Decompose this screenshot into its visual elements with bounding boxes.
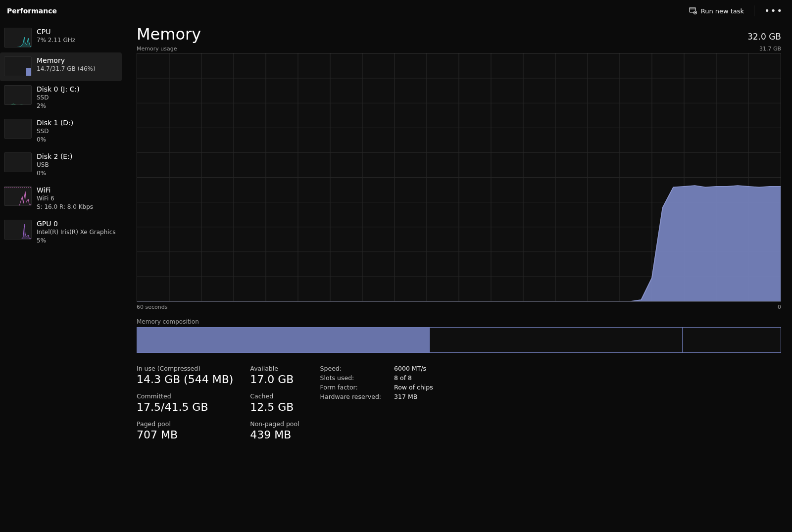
- x-axis-left: 60 seconds: [137, 304, 167, 310]
- memory-thumbnail: [4, 56, 32, 76]
- sidebar-item-memory[interactable]: Memory 14.7/31.7 GB (46%): [0, 52, 122, 81]
- sidebar-item-disk1[interactable]: Disk 1 (D:) SSD 0%: [0, 115, 122, 148]
- stat-cached: Cached 12.5 GB: [250, 392, 299, 413]
- run-task-icon: [689, 6, 697, 16]
- sidebar-item-disk2[interactable]: Disk 2 (E:) USB 0%: [0, 148, 122, 182]
- sidebar-item-disk0[interactable]: Disk 0 (J: C:) SSD 2%: [0, 81, 122, 115]
- stat-paged: Paged pool 707 MB: [137, 420, 233, 441]
- sidebar-item-label: Disk 0 (J: C:): [37, 85, 80, 93]
- memory-stats: In use (Compressed) 14.3 GB (544 MB) Ava…: [137, 365, 781, 441]
- sidebar-item-label: Memory: [37, 56, 96, 64]
- memory-usage-chart[interactable]: [137, 53, 781, 302]
- section-title: Memory: [137, 25, 201, 44]
- cpu-thumbnail: [4, 28, 32, 48]
- separator: [754, 5, 754, 16]
- stat-available: Available 17.0 GB: [250, 365, 299, 386]
- gpu-thumbnail: [4, 220, 32, 240]
- wifi-thumbnail: [4, 186, 32, 206]
- sidebar-item-sub: 7% 2.11 GHz: [37, 37, 75, 44]
- composition-title: Memory composition: [137, 318, 781, 325]
- memory-specs: Speed:6000 MT/s Slots used:8 of 8 Form f…: [320, 365, 433, 400]
- stat-committed: Committed 17.5/41.5 GB: [137, 392, 233, 413]
- composition-free: [683, 328, 781, 352]
- disk-thumbnail: [4, 152, 32, 172]
- sidebar-item-wifi[interactable]: WiFi WiFi 6 S: 16.0 R: 8.0 Kbps: [0, 182, 122, 216]
- sidebar-item-label: GPU 0: [37, 220, 116, 228]
- sidebar-item-sub2: 0%: [37, 170, 72, 177]
- main-content: Memory 32.0 GB Memory usage 31.7 GB 60 s…: [122, 20, 792, 532]
- stat-in-use: In use (Compressed) 14.3 GB (544 MB): [137, 365, 233, 386]
- disk-thumbnail: [4, 119, 32, 139]
- composition-standby: [429, 328, 683, 352]
- svg-rect-6: [26, 68, 32, 76]
- ellipsis-icon: •••: [764, 5, 783, 16]
- svg-marker-7: [4, 225, 32, 240]
- sidebar-item-sub2: 0%: [37, 136, 73, 144]
- sidebar-item-gpu0[interactable]: GPU 0 Intel(R) Iris(R) Xe Graphics 5%: [0, 216, 122, 249]
- stat-nonpaged: Non-paged pool 439 MB: [250, 420, 299, 441]
- page-title: Performance: [7, 7, 57, 15]
- header-bar: Performance Run new task •••: [0, 0, 792, 20]
- sidebar-item-sub: WiFi 6: [37, 195, 93, 202]
- sidebar-item-cpu[interactable]: CPU 7% 2.11 GHz: [0, 24, 122, 52]
- memory-capacity: 32.0 GB: [747, 32, 781, 44]
- sidebar-item-sub2: 2%: [37, 102, 80, 110]
- composition-in-use: [137, 328, 429, 352]
- x-axis-right: 0: [778, 304, 781, 310]
- usage-chart-title: Memory usage: [137, 46, 177, 52]
- usage-chart-max: 31.7 GB: [759, 46, 781, 52]
- header-actions: Run new task •••: [684, 3, 788, 19]
- sidebar-item-sub: USB: [37, 161, 72, 169]
- sidebar-item-label: CPU: [37, 28, 75, 36]
- sidebar-item-sub: 14.7/31.7 GB (46%): [37, 65, 96, 73]
- sidebar-item-sub: SSD: [37, 128, 73, 135]
- sidebar-item-sub: SSD: [37, 94, 80, 101]
- svg-marker-5: [4, 38, 32, 48]
- sidebar-item-sub2: 5%: [37, 237, 116, 244]
- sidebar-item-label: Disk 2 (E:): [37, 152, 72, 160]
- sidebar-item-sub: Intel(R) Iris(R) Xe Graphics: [37, 229, 116, 236]
- run-new-task-button[interactable]: Run new task: [684, 3, 749, 19]
- performance-sidebar: CPU 7% 2.11 GHz Memory 14.7/31.7 GB (46%…: [0, 20, 122, 532]
- memory-composition-bar[interactable]: [137, 327, 781, 353]
- more-options-button[interactable]: •••: [759, 3, 788, 18]
- sidebar-item-label: Disk 1 (D:): [37, 119, 73, 127]
- run-new-task-label: Run new task: [701, 7, 744, 15]
- disk-thumbnail: [4, 85, 32, 105]
- sidebar-item-label: WiFi: [37, 186, 93, 194]
- sidebar-item-sub2: S: 16.0 R: 8.0 Kbps: [37, 203, 93, 211]
